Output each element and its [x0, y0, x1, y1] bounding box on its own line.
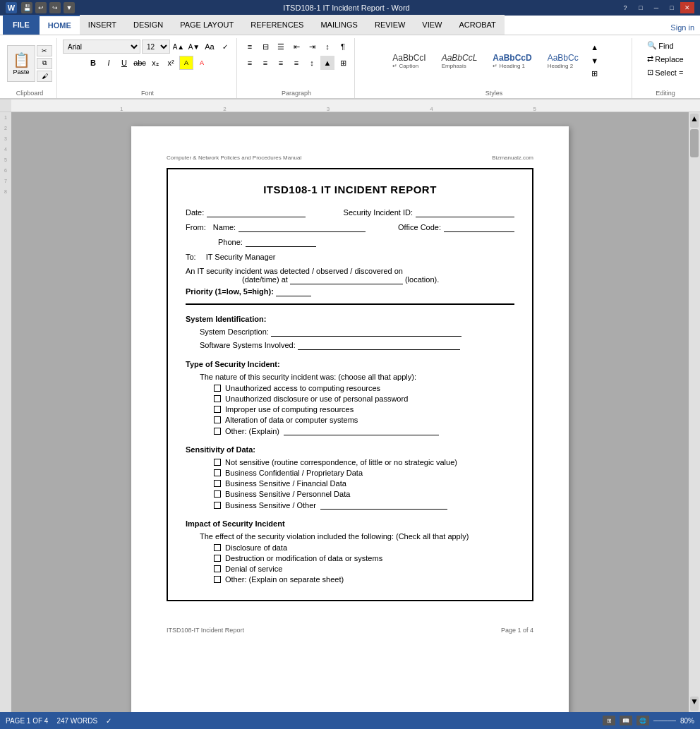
- italic-btn[interactable]: I: [102, 56, 116, 70]
- tab-page-layout[interactable]: PAGE LAYOUT: [171, 15, 242, 35]
- replace-button[interactable]: ⇄ Replace: [644, 53, 686, 65]
- font-name-select[interactable]: Arial: [63, 40, 140, 54]
- system-id-title: System Identification:: [186, 315, 514, 323]
- grow-font-btn[interactable]: A▲: [171, 40, 186, 54]
- format-painter-button[interactable]: 🖌: [37, 71, 52, 82]
- style-heading1[interactable]: AaBbCcD ↵ Heading 1: [486, 51, 538, 71]
- show-formatting-btn[interactable]: ¶: [336, 40, 350, 54]
- checkbox-improper-use-box[interactable]: [214, 406, 221, 413]
- security-id-field[interactable]: [416, 208, 514, 217]
- styles-expand[interactable]: ⊞: [588, 67, 602, 80]
- style-emphasis[interactable]: AaBbCcL Emphasis: [435, 51, 484, 71]
- tab-review[interactable]: REVIEW: [366, 15, 414, 35]
- checkbox-unauthorized-disclosure-box[interactable]: [214, 395, 221, 402]
- shrink-font-btn[interactable]: A▼: [187, 40, 201, 54]
- checkbox-business-other-box[interactable]: [214, 502, 221, 509]
- right-scrollbar[interactable]: ▲ ▼: [689, 112, 700, 712]
- checkbox-business-financial-box[interactable]: [214, 480, 221, 487]
- sign-in-link[interactable]: Sign in: [665, 20, 700, 35]
- print-layout-btn[interactable]: ⊞: [603, 716, 615, 725]
- zoom-slider[interactable]: ─────: [653, 717, 676, 724]
- select-button[interactable]: ⊡ Select =: [644, 66, 686, 78]
- styles-scroll-up[interactable]: ▲: [588, 41, 602, 54]
- business-other-field[interactable]: [320, 500, 447, 510]
- align-left-btn[interactable]: ≡: [243, 56, 257, 70]
- other-type-field[interactable]: [284, 426, 439, 435]
- read-mode-btn[interactable]: 📖: [620, 716, 632, 725]
- align-right-btn[interactable]: ≡: [274, 56, 288, 70]
- copy-button[interactable]: ⧉: [37, 58, 52, 69]
- office-code-field[interactable]: [444, 223, 514, 232]
- shading-btn[interactable]: ▲: [320, 56, 334, 70]
- web-layout-btn[interactable]: 🌐: [636, 716, 649, 725]
- help-btn[interactable]: ?: [618, 2, 632, 13]
- numbering-btn[interactable]: ⊟: [258, 40, 272, 54]
- tab-file[interactable]: FILE: [3, 15, 40, 35]
- borders-btn[interactable]: ⊞: [336, 56, 350, 70]
- style-heading2[interactable]: AaBbCc Heading 2: [541, 51, 585, 71]
- decrease-indent-btn[interactable]: ⇤: [289, 40, 303, 54]
- styles-scroll-down[interactable]: ▼: [588, 54, 602, 68]
- system-desc-field[interactable]: [271, 327, 461, 337]
- justify-btn[interactable]: ≡: [289, 56, 303, 70]
- superscript-btn[interactable]: x²: [164, 56, 178, 70]
- date-field[interactable]: [207, 208, 306, 217]
- style-caption[interactable]: AaBbCcI ↵ Caption: [386, 51, 432, 71]
- underline-btn[interactable]: U: [117, 56, 131, 70]
- clear-format-btn[interactable]: ✓: [218, 40, 232, 54]
- redo-icon[interactable]: ↪: [49, 2, 61, 13]
- scroll-down-btn[interactable]: ▼: [690, 697, 699, 711]
- save-icon[interactable]: 💾: [21, 2, 32, 13]
- subscript-btn[interactable]: x₂: [148, 56, 162, 70]
- multilevel-btn[interactable]: ☰: [274, 40, 288, 54]
- checkbox-business-personnel-box[interactable]: [214, 490, 221, 498]
- checkbox-unauthorized-access-box[interactable]: [214, 385, 221, 392]
- font-color-btn[interactable]: A: [195, 56, 209, 70]
- text-highlight-btn[interactable]: A: [179, 56, 193, 70]
- paste-button[interactable]: 📋 Paste: [7, 45, 35, 82]
- tab-mailings[interactable]: MAILINGS: [312, 15, 366, 35]
- checkbox-business-confidential-box[interactable]: [214, 469, 221, 476]
- phone-field[interactable]: [246, 238, 316, 247]
- minimize-btn[interactable]: ─: [649, 2, 663, 13]
- strikethrough-btn[interactable]: abc: [133, 56, 147, 70]
- maximize-btn[interactable]: □: [665, 2, 679, 13]
- priority-field[interactable]: [276, 287, 311, 296]
- tab-acrobat[interactable]: ACROBAT: [450, 15, 504, 35]
- checkbox-other-type-box[interactable]: [214, 428, 221, 435]
- undo-icon[interactable]: ↩: [35, 2, 47, 13]
- increase-indent-btn[interactable]: ⇥: [305, 40, 319, 54]
- checkbox-not-sensitive-box[interactable]: [214, 459, 221, 466]
- close-btn[interactable]: ✕: [680, 2, 694, 13]
- font-size-select[interactable]: 12: [142, 40, 170, 54]
- checkbox-other-impact-box[interactable]: [214, 576, 221, 583]
- align-center-btn[interactable]: ≡: [258, 56, 272, 70]
- name-field[interactable]: [239, 223, 366, 232]
- tab-view[interactable]: VIEW: [414, 15, 450, 35]
- change-case-btn[interactable]: Aa: [203, 40, 217, 54]
- customize-icon[interactable]: ▼: [64, 2, 75, 13]
- ribbon-display-btn[interactable]: □: [634, 2, 648, 13]
- line-spacing-btn[interactable]: ↕: [305, 56, 319, 70]
- bullets-btn[interactable]: ≡: [243, 40, 257, 54]
- scroll-area[interactable]: Computer & Network Policies and Procedur…: [11, 112, 689, 712]
- word-app-icon[interactable]: W: [6, 2, 17, 13]
- tab-home[interactable]: HOME: [40, 15, 80, 35]
- software-field[interactable]: [298, 341, 460, 350]
- datetime-field[interactable]: [290, 275, 403, 284]
- bold-btn[interactable]: B: [86, 56, 100, 70]
- tab-references[interactable]: REFERENCES: [242, 15, 312, 35]
- tab-insert[interactable]: INSERT: [80, 15, 125, 35]
- proofing-icon[interactable]: ✓: [106, 717, 111, 725]
- checkbox-alteration-box[interactable]: [214, 416, 221, 423]
- cut-button[interactable]: ✂: [37, 45, 52, 56]
- sort-btn[interactable]: ↕: [320, 40, 334, 54]
- checkbox-denial-box[interactable]: [214, 565, 221, 572]
- checkbox-destruction-box[interactable]: [214, 555, 221, 562]
- checkbox-disclosure-box[interactable]: [214, 544, 221, 551]
- scroll-thumb[interactable]: [690, 129, 699, 157]
- find-button[interactable]: 🔍 Find: [644, 40, 676, 52]
- scroll-up-btn[interactable]: ▲: [690, 114, 699, 128]
- security-id-label: Security Incident ID:: [344, 208, 413, 217]
- tab-design[interactable]: DESIGN: [125, 15, 171, 35]
